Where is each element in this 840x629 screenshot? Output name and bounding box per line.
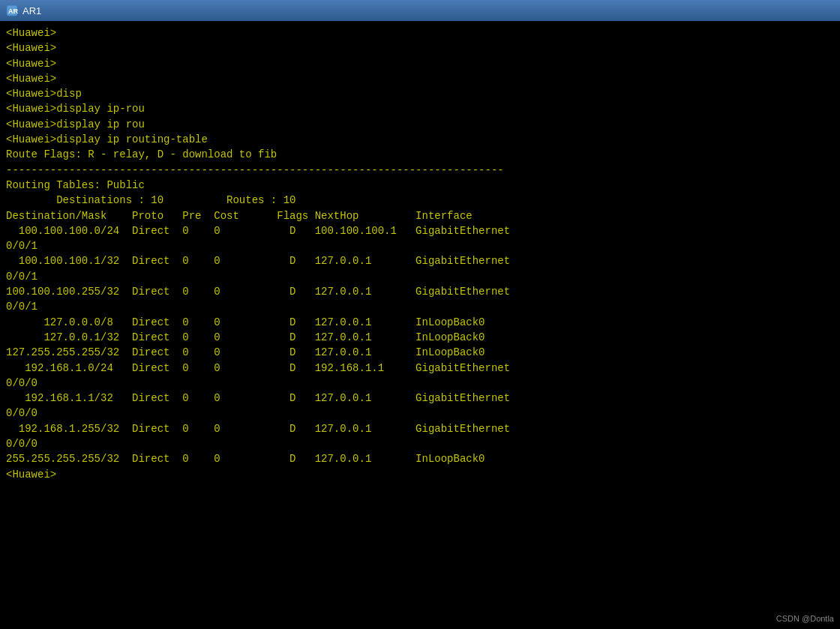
terminal-line: <Huawei>disp	[6, 86, 834, 101]
watermark: CSDN @Dontla	[776, 614, 834, 623]
terminal-line: <Huawei>	[6, 25, 834, 40]
terminal-line: <Huawei>display ip routing-table	[6, 132, 834, 147]
terminal-line: ----------------------------------------…	[6, 163, 834, 178]
terminal-content: <Huawei><Huawei><Huawei><Huawei><Huawei>…	[6, 25, 834, 482]
terminal-line: Route Flags: R - relay, D - download to …	[6, 147, 834, 162]
terminal-line: 100.100.100.255/32 Direct 0 0 D 127.0.0.…	[6, 284, 834, 299]
terminal-line: Destination/Mask Proto Pre Cost Flags Ne…	[6, 208, 834, 223]
terminal-line: 0/0/0	[6, 406, 834, 421]
terminal-line: <Huawei>	[6, 467, 834, 482]
terminal-line: 0/0/0	[6, 376, 834, 391]
svg-text:AR: AR	[8, 7, 18, 15]
terminal-line: 192.168.1.0/24 Direct 0 0 D 192.168.1.1 …	[6, 361, 834, 376]
terminal-line: 127.255.255.255/32 Direct 0 0 D 127.0.0.…	[6, 345, 834, 360]
terminal-line: 100.100.100.1/32 Direct 0 0 D 127.0.0.1 …	[6, 253, 834, 268]
terminal-line: <Huawei>	[6, 56, 834, 71]
terminal-line: 100.100.100.0/24 Direct 0 0 D 100.100.10…	[6, 223, 834, 238]
terminal-line: 0/0/1	[6, 269, 834, 284]
terminal-line: 0/0/1	[6, 238, 834, 253]
app-icon: AR	[6, 4, 18, 16]
terminal-line: Destinations : 10 Routes : 10	[6, 193, 834, 208]
terminal-line: 127.0.0.0/8 Direct 0 0 D 127.0.0.1 InLoo…	[6, 315, 834, 330]
terminal-line: 192.168.1.255/32 Direct 0 0 D 127.0.0.1 …	[6, 421, 834, 436]
title-bar: AR AR1	[0, 0, 840, 21]
terminal-line: <Huawei>	[6, 40, 834, 55]
window-title: AR1	[22, 5, 41, 16]
terminal-line: <Huawei>	[6, 71, 834, 86]
terminal-window[interactable]: <Huawei><Huawei><Huawei><Huawei><Huawei>…	[0, 21, 840, 629]
terminal-line: 192.168.1.1/32 Direct 0 0 D 127.0.0.1 Gi…	[6, 391, 834, 406]
terminal-line: 255.255.255.255/32 Direct 0 0 D 127.0.0.…	[6, 451, 834, 466]
terminal-line: 127.0.0.1/32 Direct 0 0 D 127.0.0.1 InLo…	[6, 330, 834, 345]
terminal-line: Routing Tables: Public	[6, 178, 834, 193]
terminal-line: 0/0/1	[6, 299, 834, 314]
terminal-line: <Huawei>display ip-rou	[6, 101, 834, 116]
terminal-line: 0/0/0	[6, 436, 834, 451]
terminal-line: <Huawei>display ip rou	[6, 117, 834, 132]
